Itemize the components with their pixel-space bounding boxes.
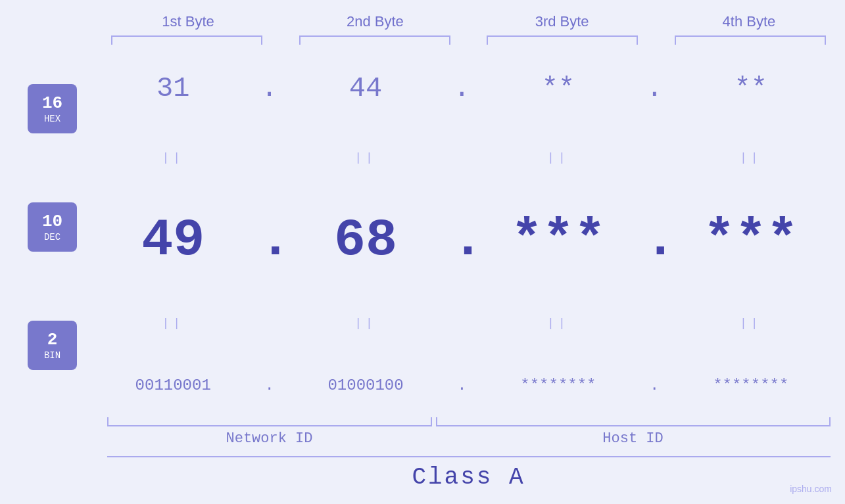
bin-row: 00110001 . 01000100 . ******** . <box>92 377 832 394</box>
hex-base-label: HEX <box>44 114 60 124</box>
dec-base-label: DEC <box>44 232 60 242</box>
bottom-section: Network ID Host ID <box>107 417 831 447</box>
hex-dot-1: . <box>261 73 278 104</box>
hex-badge: 16 HEX <box>28 84 77 133</box>
dec-base-number: 10 <box>42 212 62 232</box>
equals-3: || <box>483 151 634 164</box>
bracket-1 <box>111 35 262 45</box>
bin-byte-4: ******** <box>713 377 788 394</box>
bin-badge: 2 BIN <box>28 321 77 370</box>
class-divider <box>107 456 831 457</box>
bin-dot-3: . <box>650 377 659 394</box>
hex-dot-3: . <box>646 73 663 104</box>
bin-base-label: BIN <box>44 350 60 361</box>
bin-dot-1: . <box>264 377 274 394</box>
bracket-3 <box>487 35 638 45</box>
byte-header-2: 2nd Byte <box>296 13 454 35</box>
bin-byte-1: 00110001 <box>135 377 211 394</box>
dec-byte-1: 49 <box>141 210 205 270</box>
main-container: 1st Byte 2nd Byte 3rd Byte 4th Byte 16 H… <box>0 0 845 504</box>
dec-byte-3: *** <box>511 210 606 270</box>
equals-row-1: || || || || <box>92 151 832 164</box>
dec-dot-2: . <box>452 210 483 270</box>
bin-base-number: 2 <box>47 330 58 350</box>
equals-1: || <box>97 151 249 164</box>
dec-byte-4: *** <box>704 210 798 270</box>
hex-byte-4: ** <box>735 73 767 104</box>
bracket-4 <box>675 35 826 45</box>
dec-dot-1: . <box>260 210 291 270</box>
hex-dot-2: . <box>454 73 470 104</box>
hex-byte-1: 31 <box>157 73 189 104</box>
class-section: Class A <box>107 456 831 491</box>
bin-byte-2: 01000100 <box>327 377 403 394</box>
equals-2: || <box>290 151 441 164</box>
byte-header-3: 3rd Byte <box>483 13 641 35</box>
watermark: ipshu.com <box>790 484 832 494</box>
equals-4: || <box>675 151 827 164</box>
equals-row-2: || || || || <box>92 317 832 330</box>
equals-8: || <box>675 317 827 330</box>
network-bracket <box>107 417 432 426</box>
bin-byte-3: ******** <box>520 377 596 394</box>
equals-5: || <box>97 317 249 330</box>
equals-7: || <box>483 317 634 330</box>
byte-header-1: 1st Byte <box>109 13 267 35</box>
bin-dot-2: . <box>457 377 466 394</box>
class-label: Class A <box>107 464 831 491</box>
dec-row: 49 . 68 . *** . *** <box>92 210 832 270</box>
hex-byte-2: 44 <box>349 73 382 104</box>
hex-row: 31 . 44 . ** . ** <box>92 73 832 104</box>
equals-6: || <box>290 317 441 330</box>
hex-byte-3: ** <box>542 73 575 104</box>
network-id-label: Network ID <box>107 430 432 447</box>
dec-byte-2: 68 <box>334 210 397 270</box>
host-bracket <box>436 417 831 426</box>
byte-header-4: 4th Byte <box>670 13 828 35</box>
dec-badge: 10 DEC <box>28 202 77 252</box>
dec-dot-3: . <box>644 210 676 270</box>
host-id-label: Host ID <box>436 430 831 447</box>
bracket-2 <box>299 35 450 45</box>
hex-base-number: 16 <box>42 93 62 114</box>
